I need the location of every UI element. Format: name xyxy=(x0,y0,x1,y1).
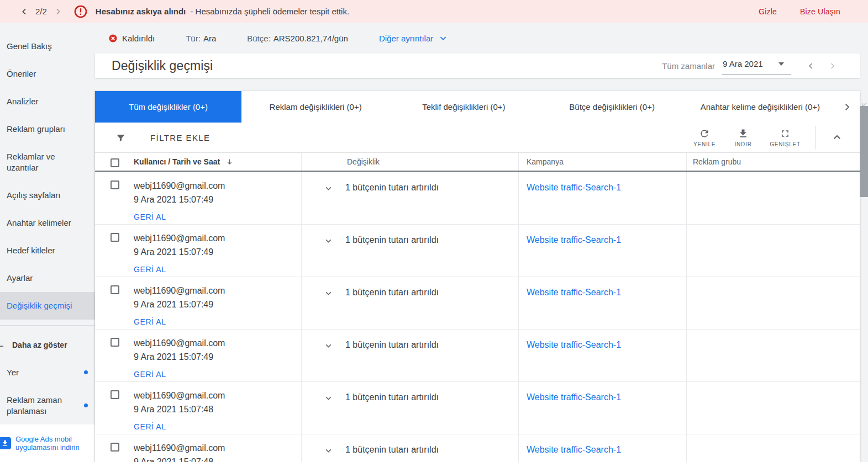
row-checkbox[interactable] xyxy=(111,285,119,294)
sidebar-item[interactable]: Değişiklik geçmişi xyxy=(0,292,95,320)
removed-icon xyxy=(108,34,118,43)
sidebar-item[interactable]: Reklam grupları xyxy=(0,115,95,143)
date-prev-icon[interactable] xyxy=(800,62,822,70)
sidebar-item-label: Öneriler xyxy=(7,69,36,78)
row-user-email: webj11690@gmail.com xyxy=(134,284,225,298)
expand-row-icon[interactable] xyxy=(324,289,333,298)
table-row: webj11690@gmail.com 9 Ara 2021 15:07:48 … xyxy=(95,382,860,434)
column-change[interactable]: Değişiklik xyxy=(347,157,380,166)
sidebar-item[interactable]: Genel Bakış xyxy=(0,33,95,60)
date-next-icon[interactable] xyxy=(822,62,843,70)
sidebar-item[interactable]: Anahtar kelimeler xyxy=(0,209,95,237)
show-less-button[interactable]: − Daha az göster xyxy=(0,331,95,359)
table-row: webj11690@gmail.com 9 Ara 2021 15:07:49 … xyxy=(95,225,860,277)
mobile-app-promo: Google Ads mobil uygulamasını indirin xyxy=(0,424,95,462)
row-change: 1 bütçenin tutarı artırıldı xyxy=(345,235,439,245)
expand-row-icon[interactable] xyxy=(324,446,333,455)
date-select[interactable]: 9 Ara 2021 xyxy=(722,57,791,75)
download-button[interactable]: İNDİR xyxy=(731,128,755,147)
row-checkbox[interactable] xyxy=(111,233,119,242)
row-change: 1 bütçenin tutarı artırıldı xyxy=(345,288,439,298)
undo-button[interactable]: GERİ AL xyxy=(134,422,166,431)
column-ad-group[interactable]: Reklam grubu xyxy=(693,157,741,166)
expand-row-icon[interactable] xyxy=(324,394,333,403)
campaign-link[interactable]: Website traffic-Search-1 xyxy=(527,235,621,245)
banner-message-detail: - Hesabınızda şüpheli ödemeler tespit et… xyxy=(190,7,349,16)
sidebar-item-label: Reklam grupları xyxy=(7,124,65,134)
campaign-link[interactable]: Website traffic-Search-1 xyxy=(527,392,621,402)
undo-button[interactable]: GERİ AL xyxy=(134,213,166,221)
expand-row-icon[interactable] xyxy=(324,236,333,246)
undo-button[interactable]: GERİ AL xyxy=(134,370,166,379)
campaign-link[interactable]: Website traffic-Search-1 xyxy=(527,288,621,297)
add-filter-button[interactable]: FİLTRE EKLE xyxy=(115,132,210,143)
collapse-table-button[interactable] xyxy=(829,129,845,146)
tab[interactable]: Anahtar kelime değişiklikleri (0+) xyxy=(686,91,834,123)
notification-dot xyxy=(84,370,88,374)
row-datetime: 9 Ara 2021 15:07:49 xyxy=(134,350,225,364)
chevron-up-icon xyxy=(832,132,842,142)
tab[interactable]: Reklam değişiklikleri (0+) xyxy=(241,91,390,123)
expand-button[interactable]: GENİŞLET xyxy=(770,128,801,147)
undo-button[interactable]: GERİ AL xyxy=(134,317,166,326)
date-preset-label: Tüm zamanlar xyxy=(662,61,715,71)
refresh-button[interactable]: YENİLE xyxy=(692,128,717,147)
vertical-scrollbar[interactable] xyxy=(860,106,868,197)
column-campaign[interactable]: Kampanya xyxy=(527,157,564,166)
row-checkbox[interactable] xyxy=(111,390,119,399)
sidebar-item[interactable]: Hedef kitleler xyxy=(0,237,95,264)
expand-row-icon[interactable] xyxy=(324,184,333,193)
row-datetime: 9 Ara 2021 15:07:49 xyxy=(134,245,225,259)
sidebar-item[interactable]: Reklamlar ve uzantılar xyxy=(0,143,95,182)
banner-prev-icon[interactable] xyxy=(17,7,32,16)
tab-label: Teklif değişiklikleri (0+) xyxy=(422,102,505,111)
expand-icon xyxy=(780,128,791,139)
banner-next-icon[interactable] xyxy=(50,7,66,16)
download-icon xyxy=(738,128,749,139)
tab-label: Tüm değişiklikler (0+) xyxy=(129,102,208,111)
sidebar-item[interactable]: Açılış sayfaları xyxy=(0,182,95,209)
column-user[interactable]: Kullanıcı / Tarih ve Saat xyxy=(134,157,220,166)
expand-label: GENİŞLET xyxy=(770,141,801,147)
tab-label: Anahtar kelime değişiklikleri (0+) xyxy=(701,102,820,111)
table-toolbar: FİLTRE EKLE YENİLE İNDİR GENİŞLET xyxy=(95,123,860,152)
campaign-link[interactable]: Website traffic-Search-1 xyxy=(527,183,621,192)
tabs-overflow-button[interactable] xyxy=(834,91,860,123)
chevron-right-icon xyxy=(842,102,852,112)
sidebar-item[interactable]: Analizler xyxy=(0,88,95,115)
mobile-app-link[interactable]: Google Ads mobil uygulamasını indirin xyxy=(15,435,91,452)
campaign-link[interactable]: Website traffic-Search-1 xyxy=(527,340,621,349)
table-body: webj11690@gmail.com 9 Ara 2021 15:07:49 … xyxy=(95,172,860,462)
contact-us-button[interactable]: Bize Ulaşın xyxy=(800,7,840,16)
account-suspended-banner: 2/2 Hesabınız askıya alındı - Hesabınızd… xyxy=(0,0,868,23)
sidebar-item-label: Yer xyxy=(7,368,19,377)
sidebar-item[interactable]: Ayarlar xyxy=(0,264,95,292)
row-checkbox[interactable] xyxy=(111,180,119,189)
status-removed: Kaldırıldı xyxy=(108,34,155,43)
undo-button[interactable]: GERİ AL xyxy=(134,265,166,274)
table-row: webj11690@gmail.com 9 Ara 2021 15:07:49 … xyxy=(95,277,860,330)
sort-desc-icon xyxy=(225,158,234,166)
add-filter-label: FİLTRE EKLE xyxy=(150,133,210,142)
tab[interactable]: Tüm değişiklikler (0+) xyxy=(95,91,241,123)
sidebar-item-label: Değişiklik geçmişi xyxy=(7,301,72,310)
expand-row-icon[interactable] xyxy=(324,341,333,351)
row-checkbox[interactable] xyxy=(111,443,119,452)
campaign-link[interactable]: Website traffic-Search-1 xyxy=(527,445,621,454)
tab[interactable]: Bütçe değişiklikleri (0+) xyxy=(538,91,686,123)
tab-label: Reklam değişiklikleri (0+) xyxy=(270,102,362,111)
more-details-button[interactable]: Diğer ayrıntılar xyxy=(379,34,448,43)
sidebar-item[interactable]: Reklam zaman planlaması xyxy=(0,386,95,425)
row-checkbox[interactable] xyxy=(111,338,119,347)
sidebar-item-label: Açılış sayfaları xyxy=(7,190,61,200)
banner-message-title: Hesabınız askıya alındı xyxy=(96,7,186,16)
sidebar-item[interactable]: Öneriler xyxy=(0,60,95,88)
tab[interactable]: Teklif değişiklikleri (0+) xyxy=(390,91,538,123)
sidebar-item[interactable]: Yer xyxy=(0,359,95,386)
download-label: İNDİR xyxy=(735,141,752,147)
tab-label: Bütçe değişiklikleri (0+) xyxy=(569,102,655,111)
hide-button[interactable]: Gizle xyxy=(759,7,777,16)
select-all-checkbox[interactable] xyxy=(111,158,119,167)
campaign-status-bar: Kaldırıldı Tür: Ara Bütçe: ARS200.821,74… xyxy=(95,23,860,54)
sidebar-divider xyxy=(0,325,95,326)
